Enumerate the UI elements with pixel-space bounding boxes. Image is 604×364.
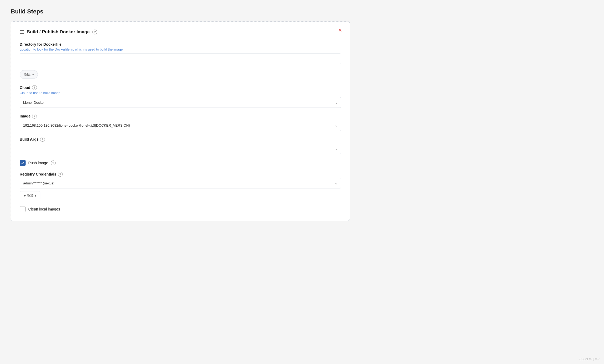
cloud-description: Cloud to use to build image (20, 91, 341, 95)
cloud-select[interactable]: Lionel-Docker (20, 97, 341, 108)
registry-select[interactable]: admin/****** (nexus) (20, 178, 341, 188)
advanced-chevron-icon: ▾ (32, 73, 34, 76)
build-args-label: Build Args ? (20, 137, 341, 142)
card-title: Build / Publish Docker Image (27, 29, 90, 35)
build-args-input[interactable] (20, 143, 331, 154)
build-args-help-icon[interactable]: ? (40, 137, 45, 142)
cloud-label: Cloud ? (20, 85, 341, 90)
add-button-arrow-icon: ▾ (35, 194, 36, 198)
dockerfile-input[interactable] (20, 53, 341, 64)
image-dropdown-arrow-icon[interactable]: ⌄ (331, 120, 341, 131)
page-title: Build Steps (11, 8, 593, 15)
drag-handle-icon[interactable] (20, 30, 24, 34)
card-header: Build / Publish Docker Image ? (20, 29, 341, 35)
clean-local-checkbox[interactable] (20, 206, 26, 212)
image-input-wrapper: ⌄ (20, 120, 341, 131)
image-input[interactable] (20, 120, 331, 131)
build-args-dropdown-arrow-icon[interactable]: ⌄ (331, 143, 341, 154)
build-args-input-wrapper: ⌄ (20, 143, 341, 154)
add-button-label: + 添加 (24, 193, 34, 198)
cloud-help-icon[interactable]: ? (32, 85, 37, 90)
image-label: Image ? (20, 114, 341, 119)
clean-local-row: Clean local images (20, 206, 341, 212)
cloud-section: Cloud ? Cloud to use to build image Lion… (20, 85, 341, 108)
card-help-icon[interactable]: ? (92, 30, 97, 34)
image-section: Image ? ⌄ (20, 114, 341, 131)
cloud-select-wrapper: Lionel-Docker ⌄ (20, 97, 341, 108)
dockerfile-description: Location to look for the Dockerfile in, … (20, 48, 341, 51)
registry-help-icon[interactable]: ? (58, 172, 63, 177)
clean-local-label: Clean local images (28, 207, 60, 211)
dockerfile-section: Directory for Dockerfile Location to loo… (20, 42, 341, 64)
push-image-label: Push image (28, 161, 48, 165)
build-card: ✕ Build / Publish Docker Image ? Directo… (11, 22, 350, 221)
push-image-row: Push image ? (20, 160, 341, 166)
push-image-help-icon[interactable]: ? (51, 160, 56, 165)
advanced-button[interactable]: 高级 ▾ (20, 70, 38, 79)
dockerfile-label: Directory for Dockerfile (20, 42, 341, 47)
add-button[interactable]: + 添加 ▾ (20, 191, 40, 200)
push-image-checkbox[interactable] (20, 160, 26, 166)
registry-label: Registry Credentials ? (20, 172, 341, 177)
close-button[interactable]: ✕ (337, 27, 343, 34)
advanced-button-label: 高级 (24, 72, 31, 77)
registry-section: Registry Credentials ? admin/****** (nex… (20, 172, 341, 200)
image-help-icon[interactable]: ? (32, 114, 37, 119)
registry-select-wrapper: admin/****** (nexus) ⌄ (20, 178, 341, 188)
build-args-section: Build Args ? ⌄ (20, 137, 341, 154)
